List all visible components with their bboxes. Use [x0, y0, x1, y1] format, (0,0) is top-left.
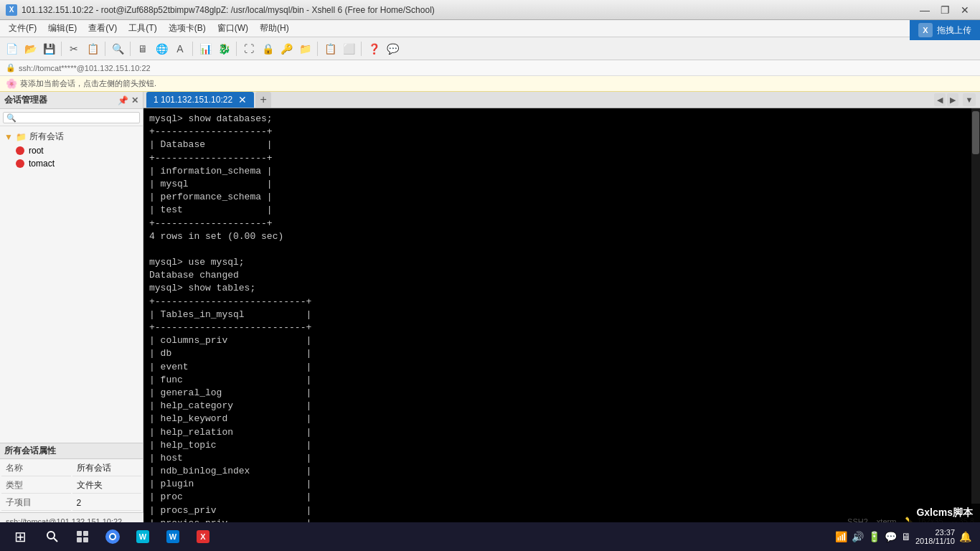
toolbar-save[interactable]: 💾	[40, 40, 57, 57]
toolbar-open[interactable]: 📂	[22, 40, 39, 57]
search-icon	[46, 530, 59, 543]
tray-more: 🖥	[901, 531, 911, 542]
gxlcms-watermark: Gxlcms脚本	[909, 504, 980, 522]
task-view-icon	[76, 530, 89, 543]
toolbar-global[interactable]: 🌐	[153, 40, 170, 57]
toolbar-logman[interactable]: 📊	[197, 40, 214, 57]
scrollbar-thumb[interactable]	[972, 111, 979, 154]
clock-time: 23:37	[915, 528, 955, 537]
toolbar-copy[interactable]: 📋	[84, 40, 101, 57]
hint-bar: 🌸 葵添加当前会话，点击左侧的箭头按钮.	[0, 76, 980, 92]
taskbar-search[interactable]	[39, 523, 66, 550]
toolbar-fullscreen[interactable]: ⛶	[240, 40, 258, 57]
lock-icon: 🔒	[6, 63, 16, 72]
toolbar-sftp[interactable]: 📁	[296, 40, 314, 57]
svg-rect-2	[77, 531, 82, 536]
taskbar: ⊞ W W X	[0, 522, 980, 551]
session-panel: 会话管理器 📌 ✕ ▼ 📁 所有会话 root tom	[0, 92, 143, 512]
toolbar-sep6	[317, 42, 318, 56]
session-search-input[interactable]	[3, 112, 140, 123]
chrome-icon	[105, 529, 121, 545]
toolbar-help[interactable]: ❓	[365, 40, 382, 57]
tab-close-btn[interactable]: ✕	[238, 94, 247, 105]
upload-promo[interactable]: X 拖拽上传	[910, 20, 980, 40]
tray-sound: 🔊	[852, 531, 864, 542]
attr-val-children: 2	[72, 495, 142, 511]
toolbar-font[interactable]: A	[171, 40, 189, 57]
tray-msg: 💬	[885, 531, 897, 542]
session-panel-controls: 📌 ✕	[118, 95, 138, 105]
restore-button[interactable]: ❐	[936, 3, 954, 17]
svg-point-0	[47, 532, 55, 539]
toolbar-sep7	[361, 42, 362, 56]
toolbar-cut[interactable]: ✂	[65, 40, 83, 57]
close-button[interactable]: ✕	[956, 3, 974, 17]
session-search-bar	[0, 109, 143, 126]
attr-row-children: 子项目 2	[1, 495, 141, 511]
all-sessions-label: 所有会话	[29, 131, 64, 143]
toolbar-chat[interactable]: 💬	[384, 40, 401, 57]
toolbar-find[interactable]: 🔍	[109, 40, 126, 57]
toolbar-box[interactable]: ⬜	[340, 40, 357, 57]
tab-bar: 1 101.132.151.10:22 ✕ + ◀ ▶ ▼	[143, 92, 980, 108]
tab-add-btn[interactable]: +	[255, 92, 271, 108]
session-node-tomact[interactable]: tomact	[11, 157, 143, 170]
session-attrs: 所有会话属性 名称 所有会话 类型 文件夹 子项目 2	[0, 443, 143, 512]
app2-icon: W	[165, 529, 181, 545]
menu-edit[interactable]: 编辑(E)	[42, 20, 83, 37]
session-panel-pin[interactable]: 📌	[118, 95, 128, 105]
toolbar-lock[interactable]: 🔒	[259, 40, 276, 57]
clock-date: 2018/11/10	[915, 537, 955, 545]
taskbar-app3[interactable]: X	[189, 523, 217, 550]
hint-text: 葵添加当前会话，点击左侧的箭头按钮.	[20, 78, 156, 89]
menu-view[interactable]: 查看(V)	[83, 20, 123, 37]
svg-rect-5	[83, 537, 88, 542]
start-button[interactable]: ⊞	[3, 522, 37, 551]
minimize-button[interactable]: —	[915, 3, 934, 17]
tab-prev-btn[interactable]: ◀	[934, 93, 946, 106]
session-node-root[interactable]: root	[11, 144, 143, 157]
app1-icon: W	[135, 529, 151, 545]
app-icon: X	[6, 4, 17, 16]
toolbar-new[interactable]: 📄	[3, 40, 20, 57]
toolbar-sep4	[192, 42, 193, 56]
toolbar-key[interactable]: 🔑	[278, 40, 295, 57]
session-panel-title: 会话管理器	[4, 94, 47, 106]
taskbar-task-view[interactable]	[69, 523, 96, 550]
menu-tabs[interactable]: 选项卡(B)	[163, 20, 212, 37]
attr-val-name: 所有会话	[72, 461, 142, 476]
attr-val-type: 文件夹	[72, 478, 142, 494]
menu-file[interactable]: 文件(F)	[3, 20, 42, 37]
tab-next-btn[interactable]: ▶	[947, 93, 958, 106]
attr-row-name: 名称 所有会话	[1, 461, 141, 476]
tray-notification[interactable]: 🔔	[959, 531, 971, 542]
session-panel-header: 会话管理器 📌 ✕	[0, 92, 143, 109]
menu-window[interactable]: 窗口(W)	[212, 20, 254, 37]
session-panel-close[interactable]: ✕	[131, 95, 138, 105]
toolbar: 📄 📂 💾 ✂ 📋 🔍 🖥 🌐 A 📊 🐉 ⛶ 🔒 🔑 📁 📋 ⬜ ❓ 💬	[0, 37, 980, 60]
toolbar-sep2	[105, 42, 105, 56]
toolbar-session2[interactable]: 📋	[321, 40, 339, 57]
taskbar-app2[interactable]: W	[159, 523, 187, 550]
tray-wifi: 📶	[835, 531, 847, 542]
menu-help[interactable]: 帮助(H)	[254, 20, 295, 37]
folder-icon: 📁	[16, 132, 27, 142]
toolbar-session[interactable]: 🖥	[134, 40, 151, 57]
tab-expand-btn[interactable]: ▼	[963, 93, 976, 106]
promo-icon: X	[918, 23, 933, 37]
toolbar-sep3	[130, 42, 131, 56]
terminal-wrapper: mysql> show databases; +----------------…	[143, 108, 980, 551]
toolbar-logo2[interactable]: 🐉	[215, 40, 232, 57]
main-area: 会话管理器 📌 ✕ ▼ 📁 所有会话 root tom	[0, 92, 980, 512]
tab-session[interactable]: 1 101.132.151.10:22 ✕	[146, 92, 254, 108]
session-dot-root	[16, 146, 24, 155]
terminal-scrollbar[interactable]	[971, 108, 980, 551]
taskbar-app1[interactable]: W	[129, 523, 156, 550]
attrs-header: 所有会话属性	[0, 443, 143, 459]
terminal[interactable]: mysql> show databases; +----------------…	[143, 108, 971, 551]
svg-point-8	[110, 534, 115, 539]
tree-all-sessions[interactable]: ▼ 📁 所有会话	[0, 129, 143, 144]
menu-tools[interactable]: 工具(T)	[123, 20, 162, 37]
taskbar-chrome[interactable]	[99, 523, 126, 550]
attr-key-children: 子项目	[1, 495, 71, 511]
